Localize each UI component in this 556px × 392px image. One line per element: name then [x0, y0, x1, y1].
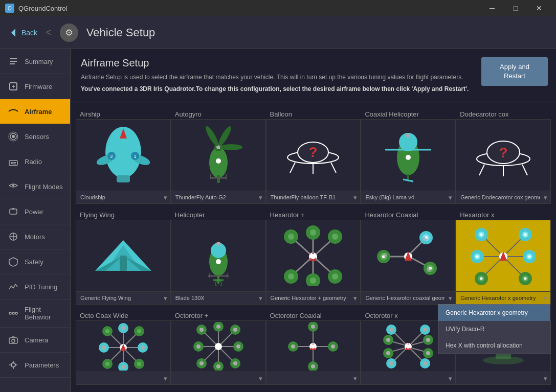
- power-icon: [7, 205, 19, 218]
- svg-point-86: [310, 229, 316, 236]
- sidebar-item-motors[interactable]: Motors: [0, 224, 70, 249]
- dodecarotor-select-wrapper[interactable]: Generic Dodecarotor cox geome ▾: [456, 191, 550, 203]
- octorotor-plus-image: [171, 321, 265, 372]
- flying-wing-select-wrapper[interactable]: Generic Flying Wing ▾: [76, 292, 170, 304]
- apply-restart-button[interactable]: Apply and Restart: [481, 57, 548, 86]
- helicopter-select-wrapper[interactable]: Blade 130X ▾: [171, 292, 265, 304]
- label-airship: Airship: [76, 107, 171, 119]
- svg-point-165: [105, 362, 109, 366]
- minimize-button[interactable]: ─: [480, 0, 504, 16]
- dd-item-uvify-draco[interactable]: UVify Draco-R: [438, 321, 550, 337]
- octorotor-coaxial-image: [266, 321, 361, 372]
- app-header: Back < ⚙ Vehicle Setup: [0, 16, 556, 49]
- coaxial-image: [361, 120, 455, 191]
- sidebar-label-summary: Summary: [25, 58, 53, 65]
- svg-point-119: [383, 253, 387, 257]
- octorotor-plus-select[interactable]: [171, 372, 265, 384]
- sidebar-item-radio[interactable]: Radio: [0, 149, 70, 174]
- sidebar-item-pid-tuning[interactable]: PID Tuning: [0, 274, 70, 299]
- hexarotor-x-select-wrapper[interactable]: Generic Hexarotor x geometry ▾: [456, 292, 550, 304]
- svg-point-102: [310, 254, 316, 259]
- parameters-icon: [7, 359, 19, 371]
- svg-point-118: [427, 268, 431, 272]
- svg-line-169: [110, 334, 121, 344]
- sidebar-label-camera: Camera: [25, 336, 48, 344]
- octorotor-x-select[interactable]: [361, 372, 455, 384]
- helicopter-select[interactable]: Blade 130X: [171, 292, 265, 304]
- svg-line-51: [331, 163, 336, 173]
- octorotor-x-select-wrapper[interactable]: ▾: [361, 372, 455, 384]
- autogyro-select-wrapper[interactable]: ThunderFly Auto-G2 ▾: [171, 191, 265, 203]
- svg-line-224: [412, 348, 425, 352]
- svg-point-46: [216, 158, 221, 164]
- svg-line-233: [391, 348, 405, 352]
- label-helicopter: Helicopter: [171, 208, 266, 220]
- octorotor-plus-select-wrapper[interactable]: ▾: [171, 372, 265, 384]
- sidebar-item-parameters[interactable]: Parameters: [0, 353, 70, 378]
- flying-wing-select[interactable]: Generic Flying Wing: [76, 292, 170, 304]
- row1-cells: 2 1 Cloudship ▾: [76, 119, 551, 204]
- svg-line-17: [11, 286, 13, 288]
- balloon-select[interactable]: ThunderFly balloon TF-B1: [266, 191, 361, 203]
- coaxial-select-wrapper[interactable]: Esky (Big) Lama v4 ▾: [361, 191, 455, 203]
- svg-line-182: [221, 349, 233, 361]
- sidebar-item-camera[interactable]: Camera: [0, 328, 70, 353]
- octo-coax-wide-select[interactable]: [76, 372, 170, 384]
- dd-item-generic-hex-x[interactable]: Generic Hexarotor x geometry: [438, 305, 550, 321]
- dodecarotor-select[interactable]: Generic Dodecarotor cox geome: [456, 191, 550, 203]
- autogyro-select[interactable]: ThunderFly Auto-G2: [171, 191, 265, 203]
- sidebar-item-airframe[interactable]: Airframe: [0, 99, 70, 124]
- sidebar-item-flight-modes[interactable]: Flight Modes: [0, 174, 70, 199]
- back-button[interactable]: Back: [8, 28, 37, 38]
- sidebar-item-firmware[interactable]: Firmware: [0, 74, 70, 99]
- svg-line-157: [126, 351, 137, 361]
- dd-item-hex-x-control[interactable]: Hex X with control allocation: [438, 337, 550, 354]
- hexarotor-plus-select[interactable]: Generic Hexarotor + geometry: [266, 292, 361, 304]
- header-title: Vehicle Setup: [86, 26, 155, 39]
- hexarotor-plus-select-wrapper[interactable]: Generic Hexarotor + geometry ▾: [266, 292, 361, 304]
- svg-point-171: [105, 329, 109, 333]
- hexarotor-coaxial-select-wrapper[interactable]: Generic Hexarotor coaxial geom ▾: [361, 292, 455, 304]
- svg-point-223: [426, 338, 430, 342]
- balloon-select-wrapper[interactable]: ThunderFly balloon TF-B1 ▾: [266, 191, 361, 203]
- close-button[interactable]: ✕: [527, 0, 551, 16]
- maximize-button[interactable]: □: [504, 0, 527, 16]
- card-octorotor-plus: ▾: [171, 320, 266, 385]
- svg-point-184: [233, 361, 237, 365]
- svg-point-205: [331, 344, 335, 349]
- row2-cells: Generic Flying Wing ▾: [76, 220, 551, 305]
- card-hexarotor-plus: Generic Hexarotor + geometry ▾: [266, 220, 361, 305]
- row3-col5-select-wrapper[interactable]: ▾: [456, 372, 550, 384]
- main-content: Airframe Setup Airframe Setup is used to…: [71, 49, 556, 392]
- svg-point-133: [476, 256, 479, 258]
- sidebar-label-sensors: Sensors: [25, 133, 49, 141]
- sidebar-label-safety: Safety: [25, 258, 43, 266]
- back-label: Back: [21, 29, 37, 37]
- sidebar-item-sensors[interactable]: Sensors: [0, 124, 70, 149]
- svg-point-73: [216, 259, 221, 264]
- sidebar-item-flight-behavior[interactable]: Flight Behavior: [0, 299, 70, 328]
- svg-rect-8: [13, 162, 16, 163]
- svg-point-162: [121, 365, 125, 369]
- sidebar-item-power[interactable]: Power: [0, 199, 70, 224]
- svg-point-178: [233, 328, 237, 332]
- airship-select[interactable]: Cloudship: [76, 191, 170, 203]
- octorotor-coaxial-select-wrapper[interactable]: ▾: [266, 372, 361, 384]
- coaxial-select[interactable]: Esky (Big) Lama v4: [361, 191, 455, 203]
- card-coaxial: Esky (Big) Lama v4 ▾: [361, 119, 456, 204]
- hexarotor-x-dropdown: Generic Hexarotor x geometry UVify Draco…: [438, 304, 550, 354]
- sidebar-item-safety[interactable]: Safety: [0, 249, 70, 274]
- hexarotor-x-select[interactable]: Generic Hexarotor x geometry: [456, 292, 550, 304]
- hexarotor-coaxial-select[interactable]: Generic Hexarotor coaxial geom: [361, 292, 455, 304]
- svg-line-16: [9, 286, 11, 289]
- airship-select-wrapper[interactable]: Cloudship ▾: [76, 191, 170, 203]
- svg-point-202: [311, 325, 315, 329]
- octorotor-coaxial-select[interactable]: [266, 372, 361, 384]
- row3-col5-select[interactable]: [456, 372, 550, 384]
- svg-point-98: [288, 273, 294, 280]
- svg-text:?: ?: [499, 145, 508, 160]
- sidebar-item-summary[interactable]: Summary: [0, 49, 70, 74]
- svg-point-193: [196, 344, 201, 349]
- svg-text:?: ?: [309, 144, 318, 160]
- octo-coax-wide-select-wrapper[interactable]: ▾: [76, 372, 170, 384]
